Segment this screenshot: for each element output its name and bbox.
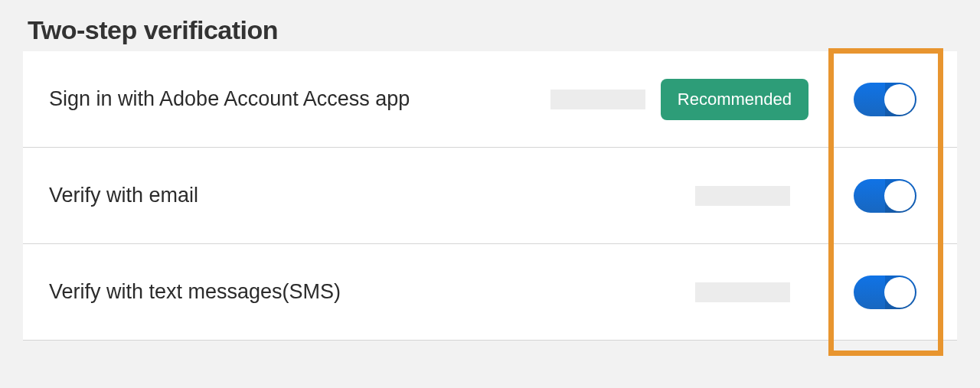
redacted-placeholder bbox=[695, 186, 790, 206]
section-title: Two-step verification bbox=[28, 15, 957, 45]
row-label: Verify with text messages(SMS) bbox=[49, 280, 462, 304]
row-label: Sign in with Adobe Account Access app bbox=[49, 87, 462, 111]
two-step-panel: Sign in with Adobe Account Access app Re… bbox=[23, 51, 957, 341]
toggle-knob-icon bbox=[884, 84, 915, 115]
toggle-verify-sms[interactable] bbox=[854, 276, 916, 309]
redacted-placeholder bbox=[550, 90, 645, 109]
toggle-knob-icon bbox=[884, 277, 915, 308]
toggle-knob-icon bbox=[884, 181, 915, 211]
redacted-placeholder bbox=[695, 282, 790, 302]
row-adobe-account-access: Sign in with Adobe Account Access app Re… bbox=[23, 51, 957, 148]
toggle-verify-email[interactable] bbox=[854, 179, 916, 213]
recommended-badge: Recommended bbox=[661, 79, 808, 120]
row-verify-sms: Verify with text messages(SMS) bbox=[23, 244, 957, 341]
toggle-adobe-account-access[interactable] bbox=[854, 83, 916, 116]
row-label: Verify with email bbox=[49, 184, 462, 207]
row-verify-email: Verify with email bbox=[23, 148, 957, 244]
